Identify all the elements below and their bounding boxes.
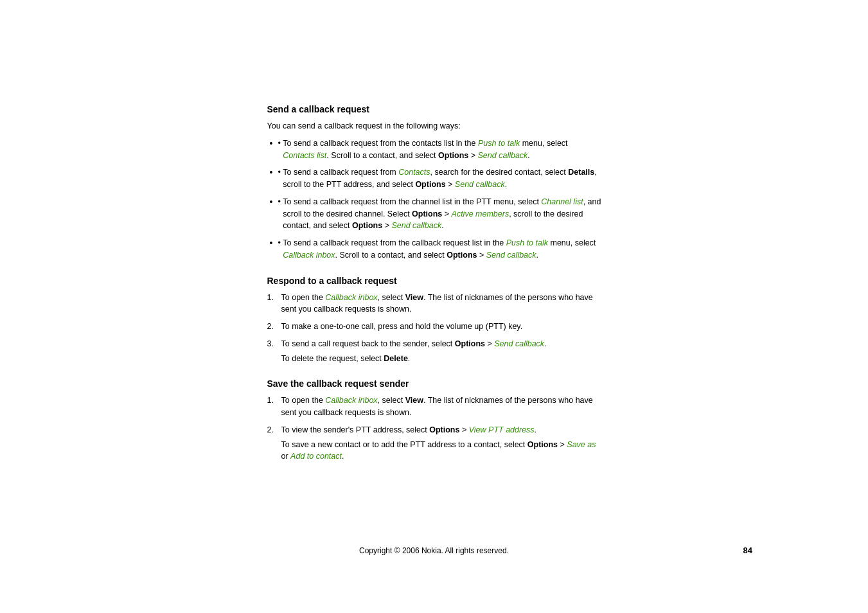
bullet-marker: • — [278, 196, 283, 208]
numbered-content-s2: To view the sender's PTT address, select… — [281, 424, 537, 436]
bold-details: Details — [568, 168, 594, 177]
numbered-content-1: To open the Callback inbox, select View.… — [281, 292, 601, 316]
bullet-content-4: To send a callback request from the call… — [283, 237, 601, 262]
list-item: • To send a callback request from the ch… — [267, 196, 601, 232]
list-item: 2. To view the sender's PTT address, sel… — [267, 424, 601, 463]
link-add-to-contact: Add to contact — [290, 452, 342, 461]
intro-text-send: You can send a callback request in the f… — [267, 120, 601, 132]
bold-view-1: View — [405, 293, 423, 302]
bold-options-6: Options — [455, 339, 485, 348]
bold-options-1: Options — [438, 151, 468, 160]
list-item: 2. To make a one-to-one call, press and … — [267, 321, 601, 333]
link-active-members: Active members — [452, 209, 509, 218]
link-view-ptt: View PTT address — [469, 425, 535, 434]
list-item: • To send a callback request from the co… — [267, 138, 601, 162]
bold-options-5: Options — [447, 251, 477, 260]
list-item: 1. To open the Callback inbox, select Vi… — [267, 292, 601, 316]
num-3: 3. — [267, 338, 278, 350]
bullet-list-send: • To send a callback request from the co… — [267, 138, 601, 262]
bold-options-7: Options — [429, 425, 459, 434]
link-send-callback-1: Send callback — [478, 151, 528, 160]
bullet-content-1: To send a callback request from the cont… — [283, 138, 601, 162]
link-save-as: Save as — [567, 440, 596, 449]
page-container: Send a callback request You can send a c… — [0, 0, 868, 613]
copyright-text: Copyright © 2006 Nokia. All rights reser… — [359, 546, 509, 555]
bold-options-3: Options — [412, 209, 442, 218]
link-contacts-list: Contacts list — [283, 151, 326, 160]
num-2: 2. — [267, 321, 278, 333]
bullet-content-3: To send a callback request from the chan… — [283, 196, 601, 232]
bold-options-8: Options — [527, 440, 558, 449]
link-contacts: Contacts — [398, 168, 430, 177]
list-item: • To send a callback request from the ca… — [267, 237, 601, 262]
link-callback-inbox-1: Callback inbox — [283, 251, 335, 260]
num-1: 1. — [267, 292, 278, 304]
bullet-marker: • — [278, 166, 283, 179]
link-send-callback-3: Send callback — [391, 221, 441, 230]
sub-text-delete: To delete the request, select Delete. — [281, 353, 411, 365]
link-push-to-talk-1: Push to talk — [478, 139, 520, 148]
section-send-callback: Send a callback request You can send a c… — [267, 103, 601, 262]
list-item: 1. To open the Callback inbox, select Vi… — [267, 395, 601, 419]
link-callback-inbox-3: Callback inbox — [325, 396, 377, 405]
sub-text-save: To save a new contact or to add the PTT … — [281, 439, 601, 463]
bold-options-2: Options — [415, 180, 445, 189]
numbered-list-save: 1. To open the Callback inbox, select Vi… — [267, 395, 601, 463]
numbered-list-respond: 1. To open the Callback inbox, select Vi… — [267, 292, 601, 365]
section-respond-callback: Respond to a callback request 1. To open… — [267, 274, 601, 365]
link-channel-list: Channel list — [541, 197, 583, 206]
numbered-content-3: To send a call request back to the sende… — [281, 338, 547, 350]
link-push-to-talk-2: Push to talk — [506, 238, 548, 247]
link-send-callback-2: Send callback — [455, 180, 505, 189]
bullet-marker: • — [278, 138, 283, 150]
numbered-content-2: To make a one-to-one call, press and hol… — [281, 321, 601, 333]
bold-options-4: Options — [352, 221, 382, 230]
list-item: 3. To send a call request back to the se… — [267, 338, 601, 365]
bullet-content-2: To send a callback request from Contacts… — [283, 166, 601, 191]
bold-delete: Delete — [384, 354, 408, 363]
footer: Copyright © 2006 Nokia. All rights reser… — [0, 546, 868, 555]
bold-view-2: View — [405, 396, 423, 405]
content-area: Send a callback request You can send a c… — [267, 103, 601, 475]
bullet-marker: • — [278, 237, 283, 249]
num-s1: 1. — [267, 395, 278, 407]
num-s2: 2. — [267, 424, 278, 436]
list-item: • To send a callback request from Contac… — [267, 166, 601, 191]
link-send-callback-5: Send callback — [494, 339, 544, 348]
section-title-save: Save the callback request sender — [267, 377, 601, 391]
numbered-content-s1: To open the Callback inbox, select View.… — [281, 395, 601, 419]
section-save-callback: Save the callback request sender 1. To o… — [267, 377, 601, 463]
page-number: 84 — [743, 546, 752, 555]
section-title-respond: Respond to a callback request — [267, 274, 601, 288]
section-title-send: Send a callback request — [267, 103, 601, 116]
link-callback-inbox-2: Callback inbox — [325, 293, 377, 302]
link-send-callback-4: Send callback — [486, 251, 536, 260]
